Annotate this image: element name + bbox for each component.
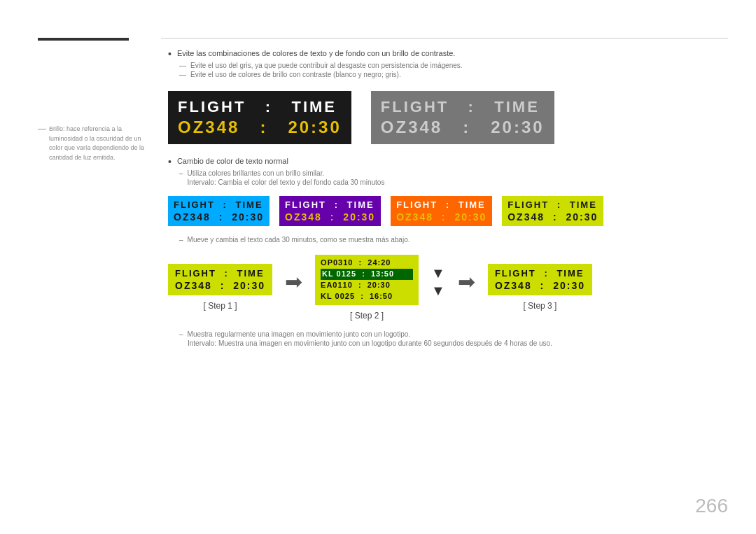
dash-item-3: – Utiliza colores brillantes con un bril… xyxy=(179,169,721,177)
gray-box-row2: OZ348 : 20:30 xyxy=(381,118,545,137)
bullet-text-1: Evite las combinaciones de colores de te… xyxy=(177,49,455,57)
step2-row2: KL 0125 : 13:50 xyxy=(321,269,413,280)
step2-row3: EA0110 : 20:30 xyxy=(321,280,413,291)
yellow-r2: OZ348 : 20:30 xyxy=(507,211,598,223)
arrow-right-1: ➡ xyxy=(285,269,302,294)
step2-box: OP0310 : 24:20 KL 0125 : 13:50 EA0110 : … xyxy=(315,255,419,305)
arrow-down-group: ▼ ▼ xyxy=(431,265,445,299)
color-boxes-row: FLIGHT : TIME OZ348 : 20:30 FLIGHT : TIM… xyxy=(168,196,721,226)
step1-box: FLIGHT : TIME OZ348 : 20:30 xyxy=(168,264,272,295)
bullet-section-1: • Evite las combinaciones de colores de … xyxy=(168,49,721,78)
step2-label: [ Step 2 ] xyxy=(350,311,384,321)
step3-block: FLIGHT : TIME OZ348 : 20:30 [ Step 3 ] xyxy=(488,264,592,311)
bullet-text-2: Cambio de color de texto normal xyxy=(177,157,288,165)
step1-row2: OZ348 : 20:30 xyxy=(175,280,265,291)
dash-5: – xyxy=(179,236,183,244)
large-comparison-boxes: FLIGHT : TIME OZ348 : 20:30 FLIGHT : TIM… xyxy=(168,91,721,144)
blue-r2: OZ348 : 20:30 xyxy=(174,211,264,223)
dash-item-5: – Mueve y cambia el texto cada 30 minuto… xyxy=(179,236,721,244)
bottom-notes: – Muestra regularmente una imagen en mov… xyxy=(168,330,721,347)
dash-1: — xyxy=(179,62,186,69)
gray-box-row1: FLIGHT : TIME xyxy=(381,98,545,116)
step2-block: OP0310 : 24:20 KL 0125 : 13:50 EA0110 : … xyxy=(315,255,419,321)
purple-r2: OZ348 : 20:30 xyxy=(285,211,375,223)
page-number: 266 xyxy=(695,495,728,517)
left-accent-bar xyxy=(38,38,129,41)
dash-text-6: Muestra regularmente una imagen en movim… xyxy=(188,330,411,338)
bullet-dot-1: • xyxy=(168,49,172,59)
dash-item-7: Intervalo: Muestra una imagen en movimie… xyxy=(188,339,721,347)
box-orange: FLIGHT : TIME OZ348 : 20:30 xyxy=(391,196,492,226)
steps-section: FLIGHT : TIME OZ348 : 20:30 [ Step 1 ] ➡… xyxy=(168,255,721,321)
step3-row1: FLIGHT : TIME xyxy=(495,268,585,279)
yellow-r1: FLIGHT : TIME xyxy=(507,199,598,210)
sidebar-note-text: Brillo: hace referencia a la luminosidad… xyxy=(49,125,146,162)
dash-text-3: Utiliza colores brillantes con un brillo… xyxy=(188,169,325,177)
dash-6: – xyxy=(179,330,183,338)
dash-text-2: Evite el uso de colores de brillo con co… xyxy=(190,71,401,78)
step1-label: [ Step 1 ] xyxy=(204,301,237,311)
purple-r1: FLIGHT : TIME xyxy=(285,199,375,210)
dark-box-row1: FLIGHT : TIME xyxy=(178,98,342,116)
bullet-dot-2: • xyxy=(168,157,172,167)
bullet-item-2: • Cambio de color de texto normal xyxy=(168,157,721,167)
dark-box-row2: OZ348 : 20:30 xyxy=(178,118,342,137)
dash-text-5: Mueve y cambia el texto cada 30 minutos,… xyxy=(188,236,410,244)
step1-block: FLIGHT : TIME OZ348 : 20:30 [ Step 1 ] xyxy=(168,264,272,311)
sidebar-note: Brillo: hace referencia a la luminosidad… xyxy=(38,125,146,164)
arrow-down-1: ▼ xyxy=(431,265,445,281)
box-blue: FLIGHT : TIME OZ348 : 20:30 xyxy=(168,196,270,226)
dash-item-1: — Evite el uso del gris, ya que puede co… xyxy=(179,62,721,69)
dash-text-7: Intervalo: Muestra una imagen en movimie… xyxy=(188,339,552,347)
arrow-down-2: ▼ xyxy=(431,283,445,299)
step2-row4: KL 0025 : 16:50 xyxy=(321,291,413,302)
dash-item-2: — Evite el uso de colores de brillo con … xyxy=(179,71,721,78)
step3-label: [ Step 3 ] xyxy=(523,301,556,311)
dash-text-4: Intervalo: Cambia el color del texto y d… xyxy=(188,178,385,186)
dash-text-1: Evite el uso del gris, ya que puede cont… xyxy=(190,62,463,69)
blue-r1: FLIGHT : TIME xyxy=(174,199,264,210)
large-box-gray: FLIGHT : TIME OZ348 : 20:30 xyxy=(371,91,554,144)
dash-item-4: – Intervalo: Cambia el color del texto y… xyxy=(179,178,721,186)
dash-2: — xyxy=(179,71,186,78)
dash-item-6: – Muestra regularmente una imagen en mov… xyxy=(179,330,721,338)
step3-box: FLIGHT : TIME OZ348 : 20:30 xyxy=(488,264,592,295)
step2-row1: OP0310 : 24:20 xyxy=(321,258,413,269)
main-content: • Evite las combinaciones de colores de … xyxy=(168,49,721,349)
step3-row2: OZ348 : 20:30 xyxy=(495,280,585,291)
orange-r1: FLIGHT : TIME xyxy=(396,199,486,210)
step1-row1: FLIGHT : TIME xyxy=(175,268,265,279)
box-purple: FLIGHT : TIME OZ348 : 20:30 xyxy=(279,196,381,226)
bullet-item-1: • Evite las combinaciones de colores de … xyxy=(168,49,721,59)
top-divider xyxy=(161,38,728,38)
bullet-section-2: • Cambio de color de texto normal – Util… xyxy=(168,157,721,186)
large-box-dark: FLIGHT : TIME OZ348 : 20:30 xyxy=(168,91,351,144)
orange-r2: OZ348 : 20:30 xyxy=(396,211,486,223)
box-yellow: FLIGHT : TIME OZ348 : 20:30 xyxy=(502,196,603,226)
arrow-right-2: ➡ xyxy=(458,269,475,294)
dash-3: – xyxy=(179,169,183,177)
